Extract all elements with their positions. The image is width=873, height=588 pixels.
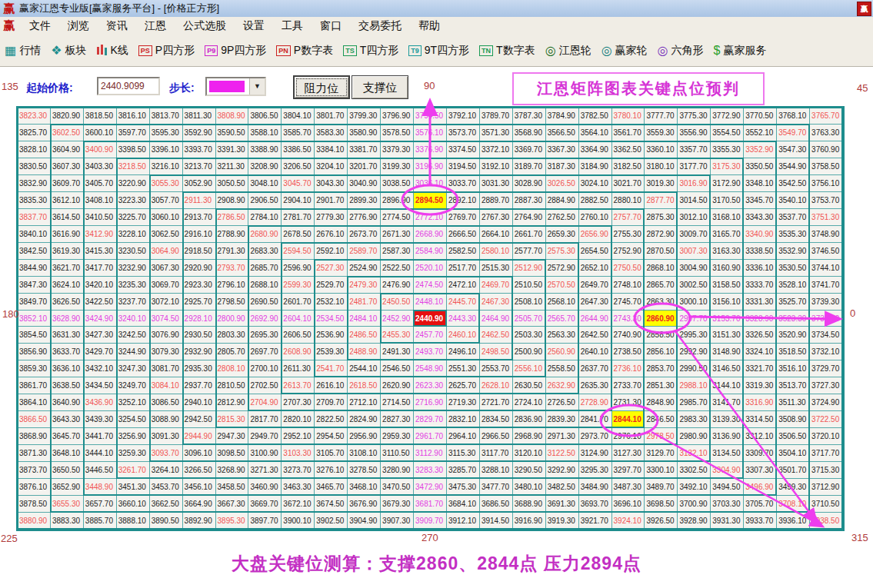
matrix-cell[interactable]: 3496.90 — [744, 479, 777, 496]
matrix-cell[interactable]: 3643.30 — [51, 411, 84, 428]
matrix-cell[interactable]: 3568.90 — [513, 125, 546, 141]
matrix-cell[interactable]: 3312.10 — [744, 428, 777, 445]
matrix-cell[interactable]: 3537.70 — [777, 209, 810, 226]
matrix-cell[interactable]: 3700.90 — [678, 496, 711, 513]
matrix-cell[interactable]: 2949.70 — [248, 428, 282, 445]
matrix-cell[interactable]: 3724.90 — [810, 394, 843, 411]
matrix-cell[interactable]: 3436.90 — [84, 394, 117, 411]
matrix-cell[interactable]: 2896.90 — [381, 192, 414, 209]
matrix-cell[interactable]: 2928.10 — [183, 311, 216, 327]
matrix-cell[interactable]: 2628.10 — [480, 377, 513, 394]
matrix-cell[interactable]: 2784.10 — [248, 209, 282, 226]
matrix-cell[interactable]: 3744.10 — [810, 260, 843, 277]
matrix-cell[interactable]: 3684.10 — [447, 496, 480, 513]
matrix-cell[interactable]: 3021.70 — [612, 175, 645, 192]
matrix-cell[interactable]: 3158.50 — [711, 277, 744, 294]
matrix-cell[interactable]: 2589.70 — [348, 243, 381, 260]
matrix-cell[interactable]: 2839.30 — [546, 411, 579, 428]
matrix-cell[interactable]: 2877.70 — [645, 192, 678, 209]
matrix-cell[interactable]: 3633.70 — [51, 344, 84, 360]
matrix-cell[interactable]: 2500.90 — [513, 344, 546, 360]
matrix-cell[interactable]: 3540.10 — [777, 192, 810, 209]
matrix-cell[interactable]: 2767.30 — [480, 209, 513, 226]
matrix-cell[interactable]: 3571.30 — [480, 125, 513, 141]
menu-item-浏览[interactable]: 浏览 — [59, 19, 98, 33]
matrix-cell[interactable]: 3463.30 — [282, 479, 315, 496]
matrix-cell[interactable]: 2702.50 — [248, 377, 282, 394]
matrix-cell[interactable]: 2776.90 — [348, 209, 381, 226]
matrix-cell[interactable]: 2726.50 — [546, 394, 579, 411]
matrix-cell[interactable]: 3492.10 — [678, 479, 711, 496]
matrix-cell[interactable]: 3816.10 — [117, 108, 150, 125]
matrix-cell[interactable]: 2582.50 — [447, 243, 480, 260]
matrix-cell-support[interactable]: 2844.10 — [612, 411, 645, 428]
matrix-cell[interactable]: 3124.90 — [579, 445, 612, 462]
matrix-cell[interactable]: 3909.70 — [414, 513, 447, 530]
toolbar-item-9P四方形[interactable]: P99P四方形 — [205, 44, 266, 58]
matrix-cell[interactable]: 2688.10 — [248, 277, 282, 294]
matrix-cell[interactable]: 3712.90 — [810, 479, 843, 496]
matrix-cell[interactable]: 3192.10 — [480, 158, 513, 175]
matrix-cell[interactable]: 3261.70 — [117, 462, 150, 479]
matrix-cell[interactable]: 3415.30 — [84, 243, 117, 260]
matrix-cell[interactable]: 2793.70 — [216, 260, 249, 277]
matrix-cell[interactable]: 2971.30 — [546, 428, 579, 445]
matrix-cell[interactable]: 3062.50 — [150, 226, 183, 243]
matrix-cell[interactable]: 3508.90 — [777, 411, 810, 428]
matrix-cell[interactable]: 2496.10 — [447, 344, 480, 360]
matrix-cell[interactable]: 3604.90 — [51, 141, 84, 158]
matrix-cell[interactable]: 3319.30 — [744, 377, 777, 394]
matrix-cell[interactable]: 3398.50 — [117, 141, 150, 158]
matrix-cell[interactable]: 3794.50 — [414, 108, 447, 125]
matrix-cell[interactable]: 3703.30 — [711, 496, 744, 513]
matrix-cell[interactable]: 2937.70 — [183, 377, 216, 394]
matrix-cell[interactable]: 3249.70 — [117, 377, 150, 394]
matrix-cell[interactable]: 3765.70 — [810, 108, 843, 125]
matrix-cell[interactable]: 2920.90 — [183, 260, 216, 277]
matrix-cell[interactable]: 3084.10 — [150, 377, 183, 394]
matrix-cell[interactable]: 3444.10 — [84, 445, 117, 462]
matrix-cell[interactable]: 3386.50 — [282, 141, 315, 158]
matrix-cell[interactable]: 3388.90 — [248, 141, 282, 158]
matrix-cell[interactable]: 3516.10 — [777, 360, 810, 377]
matrix-cell[interactable]: 2889.70 — [480, 192, 513, 209]
matrix-cell[interactable]: 2942.50 — [183, 411, 216, 428]
matrix-cell[interactable]: 3014.50 — [678, 192, 711, 209]
matrix-cell[interactable]: 2563.30 — [546, 327, 579, 344]
matrix-cell[interactable]: 3396.10 — [150, 141, 183, 158]
matrix-cell[interactable]: 3758.50 — [810, 158, 843, 175]
matrix-cell[interactable]: 3631.30 — [51, 327, 84, 344]
matrix-cell[interactable]: 3076.90 — [150, 327, 183, 344]
matrix-cell[interactable]: 3763.30 — [810, 125, 843, 141]
matrix-cell[interactable]: 3811.30 — [183, 108, 216, 125]
matrix-cell[interactable]: 3796.90 — [381, 108, 414, 125]
matrix-cell[interactable]: 2520.10 — [414, 260, 447, 277]
matrix-cell[interactable]: 3859.30 — [18, 360, 51, 377]
matrix-cell[interactable]: 3470.50 — [381, 479, 414, 496]
toolbar-item-P四方形[interactable]: PSP四方形 — [138, 44, 195, 58]
matrix-cell[interactable]: 3746.50 — [810, 243, 843, 260]
matrix-cell[interactable]: 3300.10 — [645, 462, 678, 479]
matrix-cell[interactable]: 2988.10 — [678, 377, 711, 394]
matrix-cell[interactable]: 3456.10 — [183, 479, 216, 496]
matrix-cell[interactable]: 3518.50 — [777, 344, 810, 360]
matrix-cell-resistance[interactable]: 2894.50 — [414, 192, 447, 209]
matrix-cell[interactable]: 2882.50 — [579, 192, 612, 209]
matrix-cell[interactable]: 3657.70 — [84, 496, 117, 513]
matrix-cell[interactable]: 3825.70 — [18, 125, 51, 141]
matrix-cell[interactable]: 3888.10 — [117, 513, 150, 530]
matrix-cell[interactable]: 3458.50 — [216, 479, 249, 496]
matrix-cell[interactable]: 2848.90 — [645, 394, 678, 411]
matrix-cell[interactable]: 2858.50 — [645, 327, 678, 344]
matrix-cell[interactable]: 3412.90 — [84, 226, 117, 243]
matrix-cell[interactable]: 3542.50 — [777, 175, 810, 192]
matrix-cell[interactable]: 3424.90 — [84, 311, 117, 327]
step-color-dropdown[interactable]: ▼ — [205, 77, 266, 96]
matrix-cell[interactable]: 3588.10 — [248, 125, 282, 141]
matrix-cell[interactable]: 3417.70 — [84, 260, 117, 277]
matrix-cell[interactable]: 2541.70 — [315, 360, 348, 377]
matrix-cell[interactable]: 2606.50 — [282, 327, 315, 344]
matrix-cell[interactable]: 3295.30 — [579, 462, 612, 479]
matrix-cell[interactable]: 3612.10 — [51, 192, 84, 209]
matrix-cell[interactable]: 2544.10 — [348, 360, 381, 377]
